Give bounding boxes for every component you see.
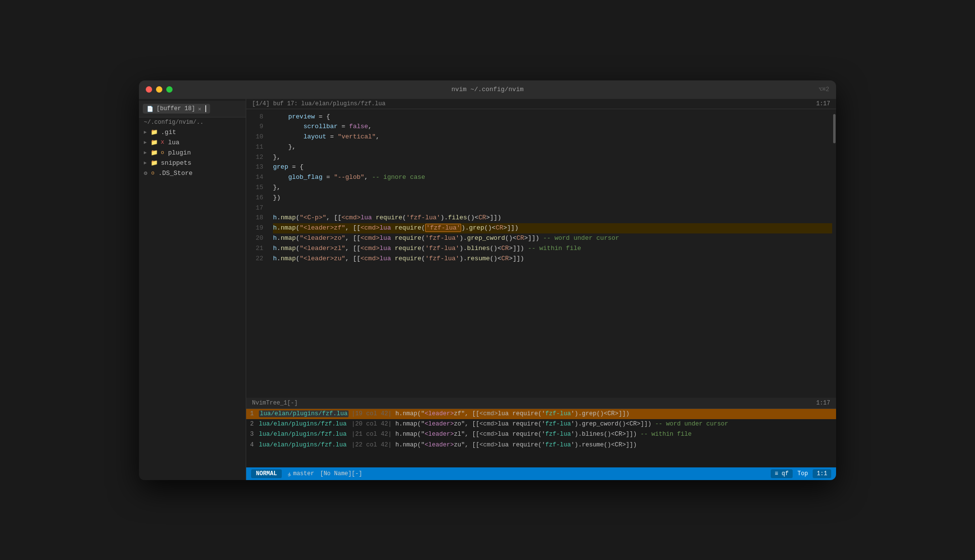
sidebar-item-dsstore[interactable]: ⚙ o .DS_Store bbox=[139, 168, 246, 178]
status-branch-name: master bbox=[293, 470, 314, 477]
quickfix-row[interactable]: 2 lua/elan/plugins/fzf.lua |20 col 42| h… bbox=[246, 419, 836, 429]
code-line: grep = { bbox=[273, 162, 832, 173]
qf-row-code: h.nmap("<leader>zu", [[<cmd>lua require(… bbox=[395, 441, 637, 450]
quickfix-row[interactable]: 3 lua/elan/plugins/fzf.lua |21 col 42| h… bbox=[246, 429, 836, 440]
status-o-icon: o bbox=[161, 150, 164, 155]
tab-label: [buffer 18] bbox=[156, 105, 195, 112]
status-mode: NORMAL bbox=[251, 469, 282, 478]
qf-row-pos: |19 col 42| bbox=[351, 409, 395, 419]
quickfix-pane: 1 lua/elan/plugins/fzf.lua |19 col 42| h… bbox=[246, 409, 836, 467]
scrollbar[interactable] bbox=[832, 109, 836, 398]
status-branch: ꜯ master bbox=[288, 470, 314, 477]
tab-bar: 📄 [buffer 18] ✕ bbox=[139, 101, 246, 117]
code-line: h.nmap("<leader>zu", [[<cmd>lua require(… bbox=[273, 254, 832, 264]
qf-row-code: h.nmap("<leader>zl", [[<cmd>lua require(… bbox=[395, 430, 692, 439]
code-line: preview = { bbox=[273, 112, 832, 122]
sidebar-item-plugin[interactable]: ▶ 📁 o plugin bbox=[139, 148, 246, 158]
code-area[interactable]: preview = { scrollbar = false, layout = … bbox=[268, 109, 832, 398]
qf-row-num: 3 bbox=[250, 430, 259, 439]
code-line: h.nmap("<leader>zl", [[<cmd>lua require(… bbox=[273, 244, 832, 254]
window-title: nvim ~/.config/nvim bbox=[451, 86, 524, 93]
qf-row-num: 4 bbox=[250, 441, 259, 450]
folder-icon: 📁 bbox=[151, 129, 158, 136]
qf-row-pos: |22 col 42| bbox=[351, 441, 395, 450]
sidebar-item-lua[interactable]: ▶ 📁 X lua bbox=[139, 137, 246, 148]
sidebar: 📄 [buffer 18] ✕ ~/.config/nvim/.. ▶ 📁 .g… bbox=[139, 99, 246, 480]
chevron-right-icon: ▶ bbox=[144, 150, 147, 155]
search-highlight: 'fzf-lua' bbox=[425, 224, 461, 232]
quickfix-row[interactable]: 4 lua/elan/plugins/fzf.lua |22 col 42| h… bbox=[246, 440, 836, 450]
editor-header-text: [1/4] buf 17: lua/elan/plugins/fzf.lua bbox=[252, 100, 386, 107]
titlebar: nvim ~/.config/nvim ⌥⌘2 bbox=[139, 80, 836, 99]
status-o-icon: o bbox=[151, 170, 155, 176]
status-x-icon: X bbox=[161, 139, 164, 145]
minimize-button[interactable] bbox=[156, 86, 162, 93]
qf-row-code: h.nmap("<leader>zf", [[<cmd>lua require(… bbox=[395, 409, 629, 419]
chevron-right-icon: ▶ bbox=[144, 139, 147, 145]
chevron-right-icon: ▶ bbox=[144, 160, 147, 166]
qf-row-num: 1 bbox=[250, 409, 259, 419]
window: nvim ~/.config/nvim ⌥⌘2 📄 [buffer 18] ✕ … bbox=[139, 80, 836, 480]
qf-row-file: lua/elan/plugins/fzf.lua bbox=[259, 409, 351, 419]
sidebar-item-label: snippets bbox=[161, 159, 191, 167]
code-line: }, bbox=[273, 142, 832, 153]
qf-row-num: 2 bbox=[250, 420, 259, 429]
traffic-lights bbox=[146, 86, 173, 93]
editor-position: 1:17 bbox=[816, 100, 830, 107]
sidebar-item-label: lua bbox=[168, 139, 179, 146]
pane-header: NvimTree_1[-] 1:17 bbox=[246, 398, 836, 409]
code-line: scrollbar = false, bbox=[273, 122, 832, 132]
cursor bbox=[205, 105, 206, 112]
code-line: h.nmap("<C-p>", [[<cmd>lua require('fzf-… bbox=[273, 213, 832, 223]
status-top: Top bbox=[798, 470, 808, 477]
sidebar-item-label: .DS_Store bbox=[158, 170, 193, 177]
editor-pane: [1/4] buf 17: lua/elan/plugins/fzf.lua 1… bbox=[246, 99, 836, 398]
editor-header: [1/4] buf 17: lua/elan/plugins/fzf.lua 1… bbox=[246, 99, 836, 109]
shortcut-hint: ⌥⌘2 bbox=[819, 86, 829, 93]
quickfix-content: 1 lua/elan/plugins/fzf.lua |19 col 42| h… bbox=[246, 409, 836, 467]
sidebar-item-label: .git bbox=[161, 129, 176, 136]
sidebar-item-snippets[interactable]: ▶ 📁 snippets bbox=[139, 158, 246, 168]
qf-row-file: lua/elan/plugins/fzf.lua bbox=[259, 441, 351, 450]
code-line-highlighted: h.nmap("<leader>zf", [[<cmd>lua require(… bbox=[273, 223, 832, 233]
line-numbers: 8 9 10 11 12 13 14 15 16 17 18 19 20 21 bbox=[246, 109, 268, 398]
maximize-button[interactable] bbox=[166, 86, 173, 93]
code-line: h.nmap("<leader>zo", [[<cmd>lua require(… bbox=[273, 233, 832, 244]
editor-content[interactable]: 8 9 10 11 12 13 14 15 16 17 18 19 20 21 bbox=[246, 109, 836, 398]
git-icon: ꜯ bbox=[288, 470, 291, 477]
qf-row-file: lua/elan/plugins/fzf.lua bbox=[259, 430, 351, 439]
folder-icon: 📁 bbox=[151, 149, 158, 156]
chevron-right-icon: ▶ bbox=[144, 129, 147, 135]
main-area: 📄 [buffer 18] ✕ ~/.config/nvim/.. ▶ 📁 .g… bbox=[139, 99, 836, 480]
qf-row-code: h.nmap("<leader>zo", [[<cmd>lua require(… bbox=[395, 420, 728, 429]
code-line: }, bbox=[273, 153, 832, 163]
content-area: [1/4] buf 17: lua/elan/plugins/fzf.lua 1… bbox=[246, 99, 836, 480]
code-line bbox=[273, 203, 832, 213]
tab-close-button[interactable]: ✕ bbox=[198, 106, 201, 112]
status-qf: ≡ qf bbox=[771, 469, 793, 478]
statusbar: NORMAL ꜯ master [No Name][-] ≡ qf Top 1:… bbox=[246, 467, 836, 480]
close-button[interactable] bbox=[146, 86, 152, 93]
sidebar-item-label: plugin bbox=[168, 149, 191, 156]
breadcrumb: ~/.config/nvim/.. bbox=[139, 117, 246, 127]
scrollbar-thumb[interactable] bbox=[833, 114, 836, 143]
sidebar-item-git[interactable]: ▶ 📁 .git bbox=[139, 127, 246, 137]
qf-row-file: lua/elan/plugins/fzf.lua bbox=[259, 420, 351, 429]
pane-header-left: NvimTree_1[-] bbox=[252, 400, 298, 406]
code-line: glob_flag = "--glob", -- ignore case bbox=[273, 173, 832, 183]
qf-file-box: lua/elan/plugins/fzf.lua bbox=[259, 410, 349, 417]
code-line: }) bbox=[273, 193, 832, 203]
qf-row-pos: |20 col 42| bbox=[351, 420, 395, 429]
buffer-tab[interactable]: 📄 [buffer 18] ✕ bbox=[143, 104, 210, 114]
code-line: }, bbox=[273, 183, 832, 193]
code-line: layout = "vertical", bbox=[273, 132, 832, 142]
folder-icon: 📁 bbox=[151, 159, 158, 167]
file-icon: 📄 bbox=[147, 106, 154, 112]
quickfix-row[interactable]: 1 lua/elan/plugins/fzf.lua |19 col 42| h… bbox=[246, 409, 836, 419]
status-position: 1:1 bbox=[813, 469, 831, 478]
gear-icon: ⚙ bbox=[144, 170, 147, 177]
status-file: [No Name][-] bbox=[320, 470, 362, 477]
folder-icon: 📁 bbox=[151, 139, 158, 146]
status-right: ≡ qf Top 1:1 bbox=[771, 469, 831, 478]
qf-row-pos: |21 col 42| bbox=[351, 430, 395, 439]
